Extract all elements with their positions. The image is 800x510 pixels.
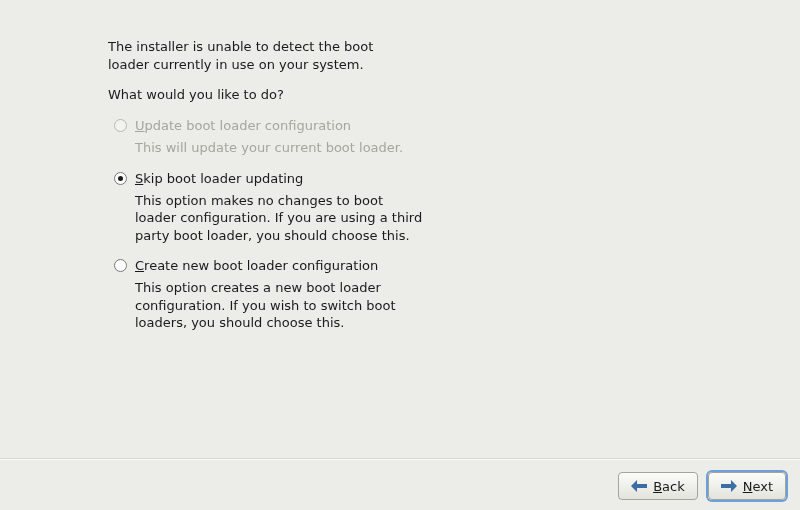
option-skip-row[interactable]: Skip boot loader updating [114,171,448,186]
option-skip-label: Skip boot loader updating [135,171,303,186]
prompt-text: What would you like to do? [108,87,448,102]
option-update: Update boot loader configuration This wi… [114,118,448,157]
intro-line1: The installer is unable to detect the bo… [108,39,373,54]
radio-create[interactable] [114,259,127,272]
option-create-label: Create new boot loader configuration [135,258,378,273]
option-update-desc: This will update your current boot loade… [135,139,425,157]
main-content: The installer is unable to detect the bo… [108,38,448,346]
options-group: Update boot loader configuration This wi… [114,118,448,332]
option-skip-desc: This option makes no changes to boot loa… [135,192,425,245]
option-create[interactable]: Create new boot loader configuration Thi… [114,258,448,332]
option-create-row[interactable]: Create new boot loader configuration [114,258,448,273]
next-button[interactable]: Next [708,472,786,500]
next-button-label: Next [743,479,773,494]
radio-skip[interactable] [114,172,127,185]
separator [0,458,800,460]
option-update-label: Update boot loader configuration [135,118,351,133]
option-skip[interactable]: Skip boot loader updating This option ma… [114,171,448,245]
arrow-right-icon [721,480,737,492]
intro-line2: loader currently in use on your system. [108,57,364,72]
radio-update [114,119,127,132]
arrow-left-icon [631,480,647,492]
button-bar: Back Next [618,472,786,500]
back-button[interactable]: Back [618,472,698,500]
option-create-desc: This option creates a new boot loader co… [135,279,425,332]
intro-text: The installer is unable to detect the bo… [108,38,448,73]
back-button-label: Back [653,479,685,494]
option-update-row: Update boot loader configuration [114,118,448,133]
